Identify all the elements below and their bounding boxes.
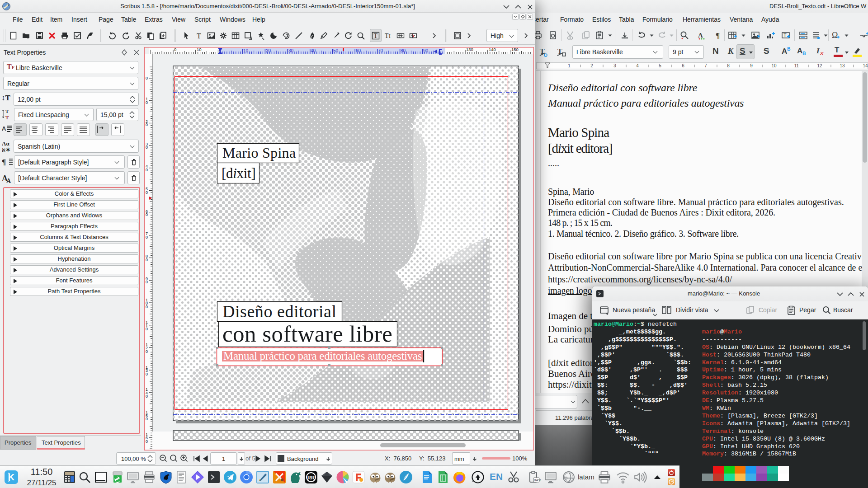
svg-text:2: 2 xyxy=(590,63,593,68)
svg-text:40: 40 xyxy=(311,48,316,53)
svg-text:9: 9 xyxy=(750,63,753,68)
svg-text:150: 150 xyxy=(511,47,519,52)
svg-text:0: 0 xyxy=(146,394,148,399)
svg-text:90: 90 xyxy=(423,48,429,53)
svg-text:0: 0 xyxy=(146,305,148,309)
svg-text:30: 30 xyxy=(288,48,294,53)
svg-text:7: 7 xyxy=(704,63,707,68)
svg-text:T: T xyxy=(197,32,201,40)
svg-text:א✶: א✶ xyxy=(2,146,10,153)
svg-text:130: 130 xyxy=(466,47,473,52)
svg-text:8: 8 xyxy=(727,63,730,68)
svg-text:0: 0 xyxy=(146,327,148,331)
svg-text:0: 0 xyxy=(146,372,148,376)
svg-text:0: 0 xyxy=(146,349,148,354)
svg-text:T: T xyxy=(374,33,378,39)
svg-text:13: 13 xyxy=(840,63,845,68)
svg-text:0: 0 xyxy=(146,439,148,444)
svg-text:0: 0 xyxy=(146,122,148,127)
svg-text:10: 10 xyxy=(197,47,202,52)
svg-text:0: 0 xyxy=(146,190,148,195)
svg-text:A: A xyxy=(6,178,11,184)
svg-text:A: A xyxy=(2,125,6,132)
svg-text:6: 6 xyxy=(682,63,684,68)
svg-text:20: 20 xyxy=(266,48,271,53)
svg-text:0: 0 xyxy=(146,145,148,150)
svg-text:0: 0 xyxy=(146,258,148,262)
svg-text:T: T xyxy=(5,108,9,114)
svg-text:11: 11 xyxy=(794,63,799,68)
svg-text:¶: ¶ xyxy=(716,31,720,40)
svg-text:10: 10 xyxy=(243,48,249,53)
svg-text:0: 0 xyxy=(174,47,176,52)
svg-text:0: 0 xyxy=(146,100,148,105)
svg-text:T: T xyxy=(783,33,787,38)
svg-text:0: 0 xyxy=(146,76,148,80)
svg-text:0: 0 xyxy=(146,168,148,172)
svg-text:5: 5 xyxy=(659,63,661,68)
svg-text:¶: ¶ xyxy=(2,158,6,166)
svg-text:0: 0 xyxy=(146,212,148,217)
svg-text:14: 14 xyxy=(863,63,868,68)
svg-text:T: T xyxy=(5,115,9,120)
svg-text:60: 60 xyxy=(356,48,361,53)
svg-text:3: 3 xyxy=(613,63,616,68)
svg-text:140: 140 xyxy=(489,47,496,52)
svg-text:84%: 84% xyxy=(534,478,541,482)
svg-text:T: T xyxy=(385,33,389,39)
svg-text:Ω: Ω xyxy=(832,31,838,40)
svg-text:I: I xyxy=(389,33,391,39)
svg-text:1: 1 xyxy=(568,63,571,68)
svg-text:70: 70 xyxy=(378,48,383,53)
svg-text:0: 0 xyxy=(146,417,148,421)
svg-text:12: 12 xyxy=(817,63,822,68)
svg-text:0: 0 xyxy=(146,235,148,239)
svg-text:4: 4 xyxy=(636,63,639,68)
svg-text:0: 0 xyxy=(146,280,148,284)
svg-text:A: A xyxy=(698,32,703,39)
svg-text:50: 50 xyxy=(333,48,339,53)
svg-text:Aα: Aα xyxy=(2,140,9,147)
svg-text:10: 10 xyxy=(771,63,777,68)
svg-text:RR: RR xyxy=(307,475,315,480)
svg-text:80: 80 xyxy=(401,48,406,53)
